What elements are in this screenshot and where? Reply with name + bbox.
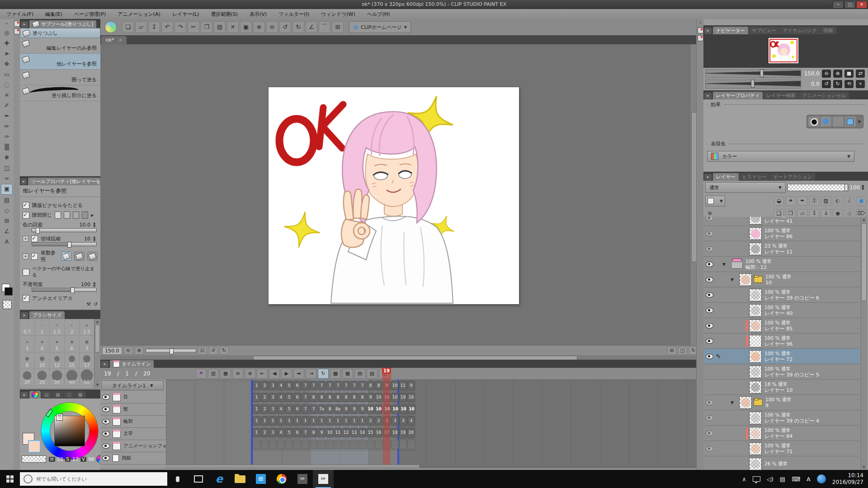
main-color-swatch[interactable]: [5, 287, 13, 296]
collapse-right-icon[interactable]: «: [697, 19, 704, 26]
menu-item[interactable]: ページ管理(P): [74, 11, 106, 18]
cel[interactable]: 9: [359, 404, 366, 414]
gap-size-option[interactable]: [55, 211, 61, 219]
timeline-button[interactable]: ▦: [220, 369, 231, 379]
checkbox[interactable]: [23, 212, 29, 219]
menu-item[interactable]: アニメーション(A): [118, 11, 160, 18]
menu-item[interactable]: レイヤー(L): [172, 11, 199, 18]
zoom-out-icon[interactable]: ⊖: [124, 347, 133, 355]
brush-size-cell[interactable]: 6: [65, 336, 80, 352]
cel[interactable]: 5: [285, 381, 293, 390]
opacity-slider[interactable]: [32, 288, 97, 292]
expand-icon[interactable]: +: [23, 253, 28, 259]
expand-arrow-icon[interactable]: ▼: [731, 400, 736, 405]
ime-mode-indicator[interactable]: A: [807, 476, 811, 483]
cel[interactable]: 10: [407, 393, 415, 402]
cel[interactable]: 8: [334, 393, 342, 402]
layer-thumbnail[interactable]: [749, 304, 762, 317]
cel[interactable]: 10: [399, 393, 407, 402]
brush-size-cell[interactable]: 17: [80, 352, 94, 369]
cel[interactable]: 1: [326, 416, 334, 426]
collapsed-palette-icon[interactable]: [698, 28, 703, 33]
layer-visibility-eye-icon[interactable]: [706, 277, 713, 282]
navigator-zoom-slider[interactable]: [705, 69, 801, 78]
transparent-color-swatch[interactable]: [3, 300, 12, 309]
brush-size-cell[interactable]: 12: [50, 352, 65, 369]
brush-size-cell[interactable]: 15: [65, 352, 80, 369]
flip-horizontal-icon[interactable]: ⇄: [856, 70, 865, 78]
cel[interactable]: 8: [326, 404, 334, 414]
color-wheel-tab[interactable]: [29, 391, 41, 399]
brush-size-cell[interactable]: 7: [80, 336, 94, 352]
clip-studio-paint-taskbar-icon[interactable]: ✑: [313, 470, 334, 488]
layer-row[interactable]: ✎ ▼ 23 % 通常 レイヤー 11: [703, 241, 860, 257]
clip-homepage-button[interactable]: CLIPホームページ▼: [349, 21, 411, 33]
refer-selection-button[interactable]: [87, 252, 98, 261]
transparent-color-button[interactable]: [22, 455, 46, 463]
track-visibility-eye-icon[interactable]: [102, 407, 110, 412]
clip-studio-taskbar-icon[interactable]: ✑: [292, 470, 313, 488]
task-view-button[interactable]: [188, 470, 209, 488]
layers-tab[interactable]: レイヤー: [713, 173, 739, 181]
end-frame-value[interactable]: 20: [143, 371, 150, 377]
brush-size-scrollbar[interactable]: ▲▼: [94, 319, 100, 388]
chevron-down-icon[interactable]: ▼: [857, 120, 862, 124]
cel[interactable]: 10: [392, 404, 399, 414]
layer-thumbnail[interactable]: [749, 350, 762, 363]
sv-marker[interactable]: [57, 414, 62, 420]
cel[interactable]: [375, 440, 382, 449]
cel[interactable]: 4: [277, 428, 285, 437]
cel[interactable]: 6: [293, 428, 301, 437]
expand-icon[interactable]: +: [23, 236, 28, 242]
tool-button[interactable]: ▤: [1, 195, 12, 205]
start-frame-value[interactable]: 1: [125, 371, 129, 377]
reset-view-icon[interactable]: ⌖: [856, 80, 865, 88]
lock-alpha-icon[interactable]: ▨: [821, 197, 831, 206]
cel[interactable]: 5: [285, 393, 293, 402]
layer-visibility-eye-icon[interactable]: [706, 308, 713, 313]
toolbar-button[interactable]: ⌒: [319, 21, 330, 33]
tool-button[interactable]: ▣: [1, 184, 13, 195]
color-margin-value[interactable]: 10.0: [80, 222, 91, 228]
taskbar-clock[interactable]: 10:14 2016/09/27: [832, 472, 863, 486]
cel[interactable]: 8: [367, 381, 374, 390]
cel[interactable]: 4: [277, 404, 285, 414]
cel[interactable]: 8: [310, 428, 317, 437]
layer-visibility-eye-icon[interactable]: [706, 431, 713, 436]
intermediate-color-tab[interactable]: ▩: [75, 391, 86, 399]
mask-icon[interactable]: ◒: [774, 197, 784, 206]
layer-row[interactable]: ✎ ▼ 100 % 通常 レイヤー 71: [703, 441, 860, 456]
brush-size-cell[interactable]: 8: [20, 352, 35, 369]
current-frame-value[interactable]: 19: [104, 371, 111, 377]
cel[interactable]: 9: [350, 404, 358, 414]
brush-size-cell[interactable]: 30: [50, 369, 65, 386]
document-canvas[interactable]: [269, 87, 519, 304]
expand-arrow-icon[interactable]: ▼: [722, 262, 728, 267]
layer-property-tab[interactable]: レイヤープロパティ: [713, 92, 763, 99]
cel[interactable]: 12: [342, 428, 350, 437]
zoom-value[interactable]: 150.0: [102, 347, 122, 355]
layer-thumbnail[interactable]: [749, 217, 762, 225]
color-mixing-tab[interactable]: ◫: [64, 391, 75, 399]
timeline-track[interactable]: 輪郭: [100, 416, 166, 428]
menu-item[interactable]: 編集(E): [45, 11, 62, 18]
cel[interactable]: 1: [253, 416, 260, 426]
layer-color-button[interactable]: [845, 117, 856, 127]
cel[interactable]: [334, 440, 342, 449]
sub-color-swatch[interactable]: [28, 440, 41, 453]
cel[interactable]: 2: [261, 404, 269, 414]
cel[interactable]: 8: [310, 393, 317, 402]
track-visibility-eye-icon[interactable]: [102, 394, 110, 400]
navigator-tab[interactable]: 情報: [821, 27, 836, 34]
tool-button[interactable]: ✏: [1, 122, 12, 131]
layer-property-tab[interactable]: アニメーションセル: [799, 92, 849, 99]
canvas-horizontal-scrollbar[interactable]: [100, 355, 696, 360]
tool-button[interactable]: ✑: [1, 132, 12, 142]
cel[interactable]: 1: [253, 393, 260, 402]
brush-size-cell[interactable]: 3: [20, 336, 35, 352]
panel-menu-icon[interactable]: ▸: [704, 28, 712, 34]
timeline-selector-dropdown[interactable]: タイムライン1▼: [101, 380, 164, 390]
timeline-button[interactable]: ▩: [330, 369, 341, 379]
rotate-left-icon[interactable]: ↺: [822, 80, 831, 88]
zoom-slider[interactable]: [146, 349, 196, 353]
